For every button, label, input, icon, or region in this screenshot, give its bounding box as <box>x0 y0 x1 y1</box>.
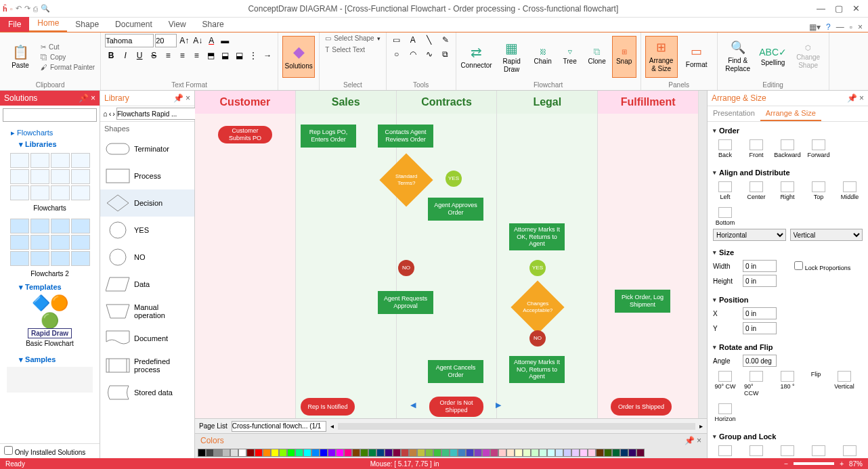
order-backward-button[interactable]: Backward <box>775 139 800 158</box>
ungroup-button[interactable]: UnGroup <box>744 445 768 458</box>
color-swatch[interactable] <box>482 449 490 457</box>
bold-button[interactable]: B <box>105 49 117 62</box>
lib-thumb[interactable] <box>10 219 29 233</box>
color-swatch[interactable] <box>263 449 271 457</box>
color-swatch[interactable] <box>458 449 466 457</box>
lib-item-process[interactable]: Process <box>100 162 194 189</box>
flip-h-button[interactable]: Horizon <box>713 403 737 422</box>
shape-yes-1[interactable]: YES <box>446 171 462 187</box>
color-swatch[interactable] <box>385 449 393 457</box>
arrange-size-button[interactable]: ⊞Arrange & Size <box>645 36 678 78</box>
qat-redo-icon[interactable]: ↷ <box>24 4 30 13</box>
rotate-ccw-button[interactable]: 90° CCW <box>744 371 768 397</box>
paste-button[interactable]: 📋 Paste <box>4 36 37 78</box>
font-size-select[interactable] <box>155 34 177 47</box>
color-swatch[interactable] <box>303 449 311 457</box>
minimize-button[interactable]: — <box>817 3 825 14</box>
x-input[interactable] <box>743 307 777 319</box>
decrease-font-icon[interactable]: A↓ <box>192 35 204 47</box>
pin-icon[interactable]: 📌 <box>847 93 857 103</box>
tree-libraries[interactable]: ▾ Libraries <box>3 139 97 150</box>
indent-icon[interactable]: → <box>261 49 274 62</box>
lib-thumb[interactable] <box>71 235 90 250</box>
horizontal-scrollbar[interactable] <box>338 423 695 430</box>
color-swatch[interactable] <box>433 449 441 457</box>
format-button[interactable]: ▭Format <box>680 36 713 78</box>
y-input[interactable] <box>743 322 777 334</box>
lib-thumb[interactable] <box>30 251 49 266</box>
color-swatch[interactable] <box>311 449 320 457</box>
arrange-tab-arrange[interactable]: Arrange & Size <box>760 106 821 121</box>
color-swatch[interactable] <box>206 449 214 457</box>
tab-view[interactable]: View <box>160 17 194 32</box>
color-swatch[interactable] <box>230 449 238 457</box>
ellipse-tool-icon[interactable]: ○ <box>391 48 403 60</box>
drawing-canvas[interactable]: Customer Sales Contracts Legal Fulfillme… <box>195 91 699 418</box>
align-left-button[interactable]: Left <box>713 181 737 200</box>
eyedrop-tool-icon[interactable]: ⧉ <box>439 48 452 60</box>
align-right-button[interactable]: Right <box>775 181 800 200</box>
change-shape-button[interactable]: ⬡Change Shape <box>792 36 825 78</box>
shape-customer-submits[interactable]: Customer Submits PO <box>218 126 272 143</box>
tree-flowcharts[interactable]: ▸ Flowcharts <box>3 127 97 139</box>
color-swatch[interactable] <box>279 449 287 457</box>
shape-agent-cancels[interactable]: Agent Cancels Order <box>428 360 483 383</box>
group-button[interactable]: Group <box>713 445 737 458</box>
page-nav-prev[interactable]: ◂ <box>330 422 334 430</box>
pin-icon[interactable]: 📌 <box>685 436 695 445</box>
section-align[interactable]: ▾Align and Distribute <box>713 166 863 179</box>
lib-thumb[interactable] <box>51 153 70 168</box>
color-swatch[interactable] <box>539 449 547 457</box>
align-center-button[interactable]: Center <box>744 181 768 200</box>
pin-icon[interactable]: 📌 <box>173 93 183 103</box>
font-color-icon[interactable]: A <box>205 35 217 47</box>
zoom-out-button[interactable]: − <box>784 460 788 468</box>
color-swatch[interactable] <box>401 449 409 457</box>
color-swatch[interactable] <box>636 449 645 457</box>
section-position[interactable]: ▾Position <box>713 294 863 306</box>
lib-item-document[interactable]: Document <box>100 325 194 352</box>
lib-thumb[interactable] <box>10 169 29 184</box>
ribbon-rest-icon[interactable]: ▫ <box>850 22 852 32</box>
bullets-icon[interactable]: ⋮ <box>247 49 259 62</box>
color-swatch[interactable] <box>320 449 328 457</box>
lib-thumb[interactable] <box>10 235 29 250</box>
color-swatch[interactable] <box>360 449 368 457</box>
chain-button[interactable]: ⛓Chain <box>531 36 555 78</box>
color-swatch[interactable] <box>506 449 515 457</box>
valign-mid-icon[interactable]: ⬓ <box>219 49 231 62</box>
qat-save-icon[interactable]: ▫ <box>10 5 13 13</box>
close-button[interactable]: ✕ <box>852 3 860 14</box>
color-swatch[interactable] <box>376 449 385 457</box>
color-swatch[interactable] <box>393 449 401 457</box>
color-swatch[interactable] <box>490 449 498 457</box>
order-forward-button[interactable]: Forward <box>806 139 831 158</box>
select-text-button[interactable]: TSelect Text <box>324 45 366 54</box>
flip-v-button[interactable]: Vertical <box>832 371 856 397</box>
lib-prev-icon[interactable]: ‹ <box>109 110 112 118</box>
arrange-tab-presentation[interactable]: Presentation <box>708 106 760 121</box>
lib-thumb[interactable] <box>51 251 70 266</box>
lib-thumb[interactable] <box>71 185 90 200</box>
align-bottom-button[interactable]: Bottom <box>713 207 737 226</box>
lib-item-yes[interactable]: YES <box>100 217 194 244</box>
lib-home-icon[interactable]: ⌂ <box>103 110 108 118</box>
line-tool-icon[interactable]: ╲ <box>423 34 435 46</box>
arc-tool-icon[interactable]: ◠ <box>407 48 419 60</box>
color-swatch[interactable] <box>531 449 539 457</box>
color-swatch[interactable] <box>604 449 612 457</box>
distribute-v-select[interactable]: Vertical <box>790 229 863 241</box>
ribbon-min-icon[interactable]: — <box>836 22 844 32</box>
lib-next-icon[interactable]: › <box>112 110 115 118</box>
qat-undo-icon[interactable]: ↶ <box>16 4 22 13</box>
align-top-button[interactable]: Top <box>806 181 831 200</box>
font-select[interactable] <box>105 34 154 47</box>
lib-thumb[interactable] <box>71 251 90 266</box>
lib-thumb[interactable] <box>51 235 70 250</box>
valign-bot-icon[interactable]: ⬓ <box>233 49 245 62</box>
section-order[interactable]: ▾Order <box>713 125 863 137</box>
text-tool-icon[interactable]: A <box>407 34 419 46</box>
lib-item-predefined[interactable]: Predefined process <box>100 352 194 379</box>
cut-button[interactable]: ✂Cut <box>39 43 96 51</box>
color-swatch[interactable] <box>409 449 417 457</box>
